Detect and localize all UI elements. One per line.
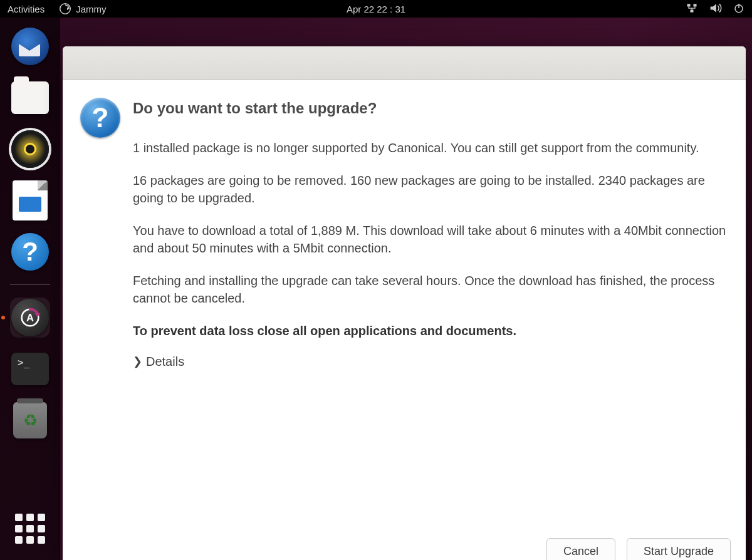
dock-divider (10, 284, 50, 285)
software-updater-icon: A (11, 299, 49, 336)
apps-grid-icon (15, 514, 45, 544)
svg-rect-4 (691, 9, 694, 12)
dock-item-rhythmbox[interactable] (10, 129, 50, 169)
thunderbird-icon (11, 28, 49, 65)
terminal-icon (11, 353, 49, 385)
power-icon[interactable] (733, 3, 744, 16)
details-label: Details (146, 355, 184, 369)
upgrade-dialog: ? Do you want to start the upgrade? 1 in… (63, 46, 746, 560)
dock: ? A (0, 18, 60, 560)
svg-rect-2 (687, 4, 691, 6)
dock-item-writer[interactable] (10, 180, 50, 220)
dock-item-help[interactable]: ? (10, 232, 50, 272)
dialog-titlebar[interactable] (63, 46, 746, 80)
app-menu-label: Jammy (76, 4, 106, 14)
svg-marker-9 (34, 313, 41, 316)
volume-icon[interactable] (709, 3, 722, 16)
dock-show-applications[interactable] (10, 509, 50, 549)
svg-rect-3 (694, 4, 697, 6)
files-icon (11, 81, 49, 114)
details-expander[interactable]: ❯ Details (133, 352, 184, 371)
clock[interactable]: Apr 22 22 : 31 (347, 4, 405, 14)
rhythmbox-icon (11, 130, 49, 168)
question-icon: ? (80, 98, 120, 138)
dock-item-terminal[interactable] (10, 349, 50, 389)
writer-icon (13, 180, 48, 220)
dock-item-thunderbird[interactable] (10, 26, 50, 66)
app-menu[interactable]: Jammy (60, 3, 106, 14)
dialog-heading: Do you want to start the upgrade? (133, 98, 728, 119)
activities-button[interactable]: Activities (8, 4, 44, 14)
svg-marker-5 (711, 4, 716, 12)
top-bar: Activities Jammy Apr 22 22 : 31 (0, 0, 752, 18)
chevron-right-icon: ❯ (133, 355, 142, 368)
dock-item-files[interactable] (10, 78, 50, 118)
dialog-text-support: 1 installed package is no longer support… (133, 139, 728, 157)
svg-text:A: A (26, 312, 34, 324)
dialog-text-prevent: To prevent data loss close all open appl… (133, 322, 728, 340)
cancel-button[interactable]: Cancel (546, 538, 615, 560)
dialog-text-packages: 16 packages are going to be removed. 160… (133, 172, 728, 207)
dialog-text-warning: Fetching and installing the upgrade can … (133, 272, 728, 307)
desktop: ? A ? Do you want to start the upgrade? … (0, 18, 752, 560)
updater-icon (60, 3, 71, 14)
trash-icon (13, 402, 47, 438)
dock-item-software-updater[interactable]: A (10, 298, 50, 338)
network-icon[interactable] (686, 3, 698, 16)
dock-item-trash[interactable] (10, 400, 50, 440)
dialog-actions: Cancel Start Upgrade (63, 529, 746, 560)
dialog-text-download: You have to download a total of 1,889 M.… (133, 222, 728, 257)
start-upgrade-button[interactable]: Start Upgrade (627, 538, 731, 560)
help-icon: ? (11, 233, 49, 271)
